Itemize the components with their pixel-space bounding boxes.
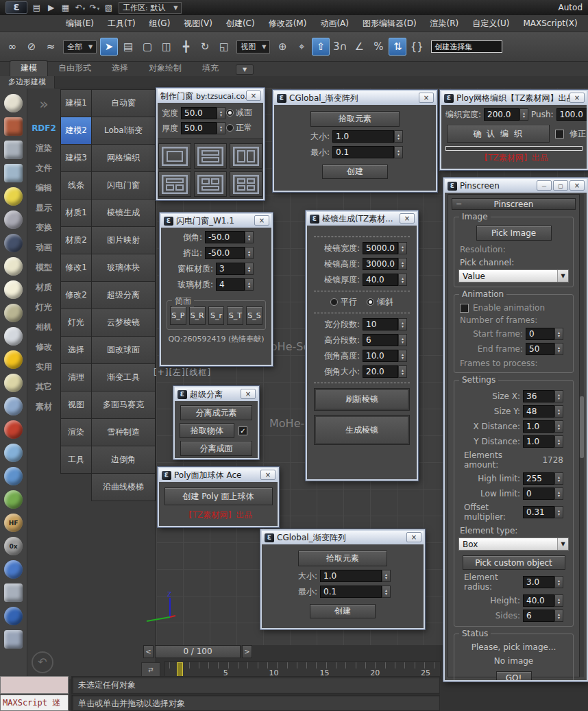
cone-icon[interactable] (4, 327, 23, 346)
rollout-scrollbar[interactable] (580, 194, 584, 677)
notes-icon[interactable] (4, 583, 23, 602)
dialog-titlebar[interactable]: Ɛ Poly面加球体 Ace (159, 468, 278, 482)
size-y-spinner[interactable]: 48 (523, 405, 563, 418)
ribbon-tab[interactable]: 选择 (101, 61, 138, 76)
teapot-icon[interactable] (4, 94, 23, 112)
script-category[interactable]: 相机 (27, 317, 60, 337)
maximize-icon[interactable] (553, 180, 568, 191)
simple-face-button[interactable]: S_r (208, 306, 225, 325)
window-type-bottom-wide-button[interactable] (194, 171, 227, 197)
script-tab-button[interactable]: 工具 (60, 446, 92, 474)
particle-array-icon[interactable] (4, 397, 23, 415)
shaded-sphere-icon[interactable] (4, 234, 23, 252)
refresh-prism-button[interactable]: 刷新棱镜 (314, 388, 410, 411)
select-and-rotate-icon[interactable]: ↻ (196, 38, 214, 56)
script-tab-button[interactable] (60, 473, 92, 501)
height-segments-spinner[interactable]: 6 (363, 334, 407, 346)
camera-speaker-icon[interactable] (4, 210, 23, 229)
dome-icon[interactable] (4, 257, 23, 276)
molecule-icon[interactable] (4, 420, 23, 439)
select-and-move-icon[interactable]: ╋ (177, 38, 195, 56)
collapse-arrow-icon[interactable]: » (27, 93, 60, 119)
ribbon-tab[interactable]: 建模 (10, 60, 48, 76)
thickness-spinner[interactable]: 50.0 (181, 122, 225, 134)
bone-icon[interactable]: 0x (4, 537, 23, 555)
reference-coordinate-dropdown[interactable]: 视图▼ (236, 40, 270, 53)
element-type-combobox[interactable]: Box▼ (458, 538, 569, 551)
glass-material-spinner[interactable]: 4 (216, 278, 254, 291)
script-tab-button[interactable]: 视图 (60, 391, 92, 419)
bind-to-space-warp-icon[interactable]: ≈ (42, 38, 60, 56)
weave-width-spinner[interactable]: 200.0 (484, 108, 528, 121)
script-tab-button[interactable]: 建模3 (60, 144, 92, 172)
script-button[interactable]: 自动窗 (91, 89, 156, 117)
script-tab-button[interactable]: 材质1 (60, 199, 92, 227)
key-filter-icon[interactable]: ⇄ (141, 662, 160, 677)
element-radius-spinner[interactable]: 3.0 (523, 576, 563, 588)
sphere-icon[interactable] (4, 374, 23, 392)
grass-icon[interactable] (4, 490, 23, 509)
low-limit-spinner[interactable]: 0 (523, 487, 563, 500)
script-tab-button[interactable]: 修改2 (60, 281, 92, 309)
script-button[interactable]: 渐变工具 (91, 363, 156, 391)
percent-snap-icon[interactable]: % (369, 38, 387, 56)
script-category[interactable]: 修改 (27, 337, 60, 357)
size-spinner[interactable]: 1.0 (320, 570, 391, 582)
close-icon[interactable] (419, 93, 434, 103)
ribbon-tab[interactable]: 填充 (192, 61, 229, 76)
dialog-titlebar[interactable]: 制作门窗 by:tzsucai.co... (158, 89, 263, 103)
script-button[interactable]: Lobal渐变 (91, 117, 156, 145)
script-tab-button[interactable]: 建模2 (60, 117, 92, 145)
use-pivot-center-icon[interactable]: ⊕ (273, 38, 291, 56)
script-category[interactable]: 动画 (27, 238, 60, 258)
menu-item[interactable]: 渲染(R) (424, 16, 466, 32)
close-icon[interactable] (260, 470, 275, 480)
y-distance-spinner[interactable]: 1.0 (523, 435, 563, 448)
window-type-split-v-button[interactable] (230, 143, 262, 169)
select-by-name-icon[interactable]: ▤ (119, 38, 137, 56)
close-icon[interactable] (254, 215, 269, 226)
prism-width-spinner[interactable]: 5000.0 (363, 242, 407, 254)
script-tab-button[interactable]: 渲染 (60, 418, 92, 446)
undo-icon[interactable]: ↶▾ (74, 2, 86, 13)
menu-item[interactable]: 组(G) (143, 16, 177, 32)
script-category[interactable]: 灯光 (27, 298, 60, 317)
menu-item[interactable]: 视图(V) (177, 16, 219, 32)
light-tip-icon[interactable] (4, 187, 23, 206)
pick-object-button[interactable]: 拾取物体 (180, 423, 234, 438)
script-button[interactable]: 超级分离 (91, 281, 156, 309)
simple-face-button[interactable]: S_R (189, 306, 206, 325)
close-icon[interactable] (569, 180, 585, 191)
redo-icon[interactable]: ↷▾ (88, 2, 101, 13)
menu-item[interactable]: 修改器(M) (262, 16, 314, 32)
close-icon[interactable] (569, 93, 585, 103)
menu-item[interactable]: 创建(C) (219, 16, 262, 32)
pick-elements-button[interactable]: 拾取元素 (310, 111, 400, 127)
extrude-spinner[interactable]: -50.0 (205, 247, 254, 259)
pick-elements-button[interactable]: 拾取元素 (298, 551, 387, 566)
script-button[interactable]: 图片映射 (91, 226, 156, 254)
script-category[interactable]: 模型 (27, 258, 60, 278)
simple-face-button[interactable]: S_T (227, 306, 243, 325)
glow-ring-icon[interactable] (4, 280, 23, 299)
rendered-frame-icon[interactable] (4, 164, 23, 182)
sun-icon[interactable] (4, 350, 23, 369)
maxscript-listener-pane[interactable]: MAXScript 迷 (0, 695, 69, 711)
sides-spinner[interactable]: 6 (523, 610, 563, 622)
go-button[interactable]: GO! (496, 671, 532, 682)
spinner-snap-icon[interactable]: ⇅ (389, 38, 406, 56)
select-and-link-icon[interactable]: ∞ (3, 38, 21, 56)
create-poly-sphere-button[interactable]: 创建 Poly 面上球体 (164, 487, 273, 505)
min-spinner[interactable]: 0.1 (332, 146, 403, 158)
blue-sphere-icon[interactable] (4, 560, 23, 579)
new-scene-icon[interactable]: ▤ (31, 2, 43, 13)
prism-height-spinner[interactable]: 3000.0 (363, 258, 407, 270)
simple-face-button[interactable]: S_S (246, 306, 262, 325)
reduce-faces-radio[interactable] (226, 109, 234, 117)
parallel-radio[interactable] (330, 298, 338, 306)
menu-item[interactable]: 帮 (585, 16, 588, 32)
script-button[interactable]: 网格编织 (91, 144, 156, 172)
end-frame-spinner[interactable]: 50 (526, 343, 563, 355)
menu-item[interactable]: 自定义(U) (465, 16, 516, 32)
script-category[interactable]: 文件 (27, 158, 60, 178)
